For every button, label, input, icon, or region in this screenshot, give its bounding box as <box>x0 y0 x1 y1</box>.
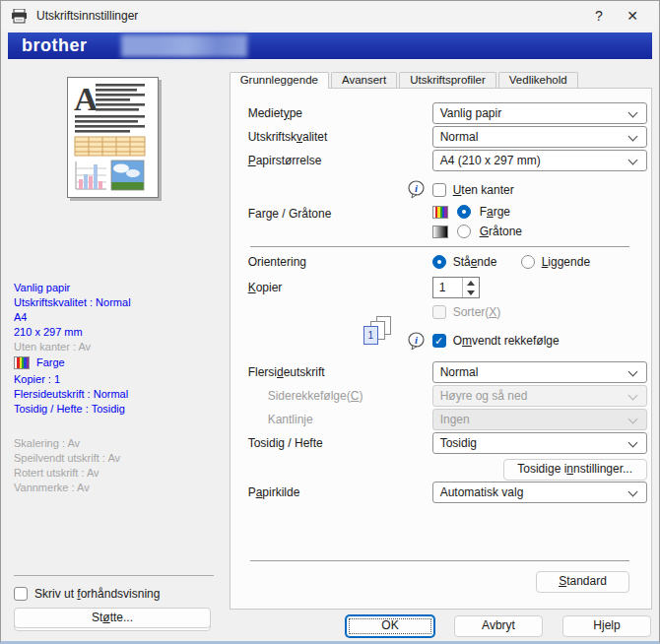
copies-label: Kopier <box>231 281 432 294</box>
grayscale-radio-label: Gråtone <box>480 225 522 238</box>
summary-multipage: Flersideutskrift : Normal <box>14 387 128 402</box>
grayscale-icon <box>432 225 448 238</box>
dialog-footer: OK Avbryt Hjelp <box>346 615 651 637</box>
summary-watermark: Vannmerke : Av <box>14 481 90 495</box>
paper-source-row: Papirkilde Automatisk valg <box>231 482 651 503</box>
section-separator <box>250 246 629 247</box>
chevron-down-icon <box>627 415 637 424</box>
color-grayscale-row: Farge / Gråtone Farge <box>231 205 651 238</box>
copies-up-button[interactable] <box>463 278 479 288</box>
print-preview-thumbnail: A <box>67 77 159 198</box>
copies-stepper[interactable]: 1 <box>432 277 480 298</box>
summary-borderless: Uten kanter : Av <box>14 340 91 354</box>
settings-tab-area: Grunnleggende Avansert Utskriftsprofiler… <box>230 59 652 642</box>
summary-duplex: Tosidig / Hefte : Tosidig <box>14 402 125 417</box>
tab-page-basic: Medietype Vanlig papir Utskriftskvalitet… <box>230 88 652 610</box>
borderless-label: Uten kanter <box>453 183 514 197</box>
copies-value[interactable]: 1 <box>433 278 462 297</box>
paper-source-dropdown[interactable]: Automatisk valg <box>432 482 647 503</box>
close-button[interactable]: ✕ <box>616 3 649 29</box>
ok-button[interactable]: OK <box>346 615 434 637</box>
summary-scaling: Skalering : Av <box>14 436 80 451</box>
collate-checkbox <box>432 305 446 319</box>
chevron-down-icon <box>627 108 637 118</box>
summary-copies: Kopier : 1 <box>14 372 60 387</box>
support-button[interactable]: Støtte... <box>14 608 211 628</box>
paper-size-label: Papirstørrelse <box>231 154 432 167</box>
orientation-row: Orientering Stående Liggende <box>231 255 651 269</box>
multipage-row: Flersideutskrift Normal <box>231 361 651 383</box>
summary-mirror: Speilvendt utskrift : Av <box>14 451 120 466</box>
window-title: Utskriftsinnstillinger <box>36 9 582 23</box>
settings-summary-panel: A <box>8 59 226 642</box>
print-quality-row: Utskriftskvalitet Normal <box>231 126 651 148</box>
tab-vedlikehold[interactable]: Vedlikehold <box>498 72 578 88</box>
help-button[interactable]: ? <box>582 3 616 29</box>
print-preview-label: Skriv ut forhåndsvisning <box>34 587 160 601</box>
reverse-order-row: 1 i ✓ Omvendt rekkefølge <box>231 325 651 356</box>
media-type-dropdown[interactable]: Vanlig papir <box>432 102 647 124</box>
print-settings-dialog: Utskriftsinnstillinger ? ✕ brother A <box>0 0 660 644</box>
summary-color-row: Farge <box>14 355 65 370</box>
landscape-radio[interactable] <box>521 255 535 269</box>
multipage-dropdown[interactable]: Normal <box>432 361 647 383</box>
copies-down-button[interactable] <box>463 288 479 297</box>
tab-grunnleggende[interactable]: Grunnleggende <box>230 72 329 89</box>
help-footer-button[interactable]: Hjelp <box>562 615 651 637</box>
tab-avansert[interactable]: Avansert <box>331 72 397 88</box>
page-order-label: Siderekkefølge(C) <box>231 389 432 403</box>
print-quality-dropdown[interactable]: Normal <box>432 126 647 148</box>
reverse-order-label: Omvendt rekkefølge <box>453 334 560 348</box>
color-radio-label: Farge <box>480 205 510 219</box>
portrait-radio-label: Stående <box>453 255 497 269</box>
chevron-down-icon <box>627 438 637 448</box>
tab-utskriftsprofiler[interactable]: Utskriftsprofiler <box>399 72 496 88</box>
sidebar-separator <box>14 575 214 576</box>
chevron-down-icon <box>627 132 637 142</box>
standard-row: Standard <box>231 571 629 593</box>
duplex-label: Tosidig / Hefte <box>231 436 432 450</box>
tab-strip: Grunnleggende Avansert Utskriftsprofiler… <box>230 71 652 88</box>
page-order-dropdown: Høyre og så ned <box>432 385 647 407</box>
collate-row: Sorter(X) <box>231 305 651 319</box>
chevron-down-icon <box>627 391 637 401</box>
print-preview-checkbox[interactable] <box>14 587 28 601</box>
grayscale-radio[interactable] <box>457 225 471 238</box>
print-quality-label: Utskriftskvalitet <box>231 130 432 144</box>
stacked-pages-icon: 1 <box>363 316 393 348</box>
summary-paper-size: A4 <box>14 310 27 325</box>
bottom-separator <box>250 560 629 561</box>
orientation-label: Orientering <box>231 255 432 269</box>
summary-paper-dimensions: 210 x 297 mm <box>14 325 83 340</box>
landscape-radio-label: Liggende <box>542 255 590 269</box>
borderless-checkbox[interactable] <box>432 183 446 197</box>
paper-size-row: Papirstørrelse A4 (210 x 297 mm) <box>231 150 651 171</box>
duplex-dropdown[interactable]: Tosidig <box>432 432 647 454</box>
summary-color-label: Farge <box>36 355 65 370</box>
border-line-row: Kantlinje Ingen <box>231 409 651 430</box>
brother-logo: brother <box>22 35 88 56</box>
printer-model-blurred <box>121 34 247 57</box>
color-icon <box>432 206 448 219</box>
media-type-row: Medietype Vanlig papir <box>231 102 651 124</box>
summary-media-type: Vanlig papir <box>14 281 70 295</box>
color-grayscale-label: Farge / Gråtone <box>231 205 432 221</box>
info-icon: i <box>407 332 426 351</box>
page-order-row: Siderekkefølge(C) Høyre og så ned <box>231 385 651 407</box>
portrait-radio[interactable] <box>432 255 446 269</box>
paper-size-dropdown[interactable]: A4 (210 x 297 mm) <box>432 150 647 171</box>
multipage-label: Flersideutskrift <box>231 365 432 379</box>
duplex-settings-row: Tosidige innstillinger... <box>231 459 651 481</box>
border-line-label: Kantlinje <box>231 413 432 426</box>
print-preview-checkbox-row[interactable]: Skriv ut forhåndsvisning <box>14 587 160 601</box>
reverse-order-checkbox[interactable]: ✓ <box>432 334 446 348</box>
color-radio[interactable] <box>457 205 471 219</box>
printer-icon <box>11 9 28 24</box>
paper-source-label: Papirkilde <box>231 485 432 499</box>
standard-button[interactable]: Standard <box>536 571 629 593</box>
cancel-button[interactable]: Avbryt <box>454 615 543 637</box>
summary-rotated: Rotert utskrift : Av <box>14 466 99 481</box>
info-icon: i <box>407 180 426 199</box>
duplex-settings-button[interactable]: Tosidige innstillinger... <box>503 459 647 481</box>
chevron-down-icon <box>627 487 637 497</box>
